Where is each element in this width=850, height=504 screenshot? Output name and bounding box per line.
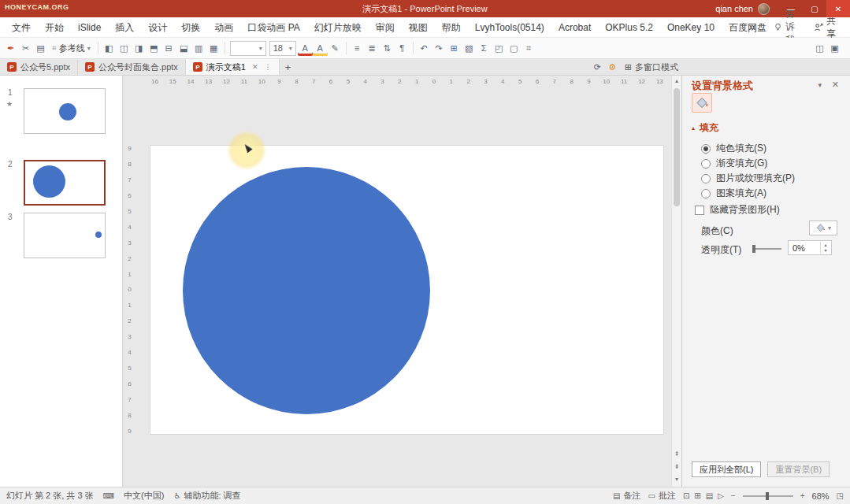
doc-tab[interactable]: P 公众号5.pptx [0,59,78,75]
menu-tab[interactable]: 视图 [402,17,435,37]
menu-tab[interactable]: Acrobat [551,17,598,37]
slide-thumbnail-2-selected[interactable]: 2 [0,160,122,209]
spin-down-icon[interactable]: ▾ [824,248,826,254]
menu-tab[interactable]: 动画 [207,17,240,37]
vertical-scrollbar[interactable]: ▴ ⇞ ⇟ ▾ [671,76,681,487]
account-name[interactable]: qian chen [715,4,753,13]
zoom-out-button[interactable]: − [731,491,736,500]
shape-icon[interactable]: ▢ [507,41,522,56]
align-center-icon[interactable]: ◫ [117,41,132,56]
paragraph-icon[interactable]: ¶ [395,41,410,56]
menu-tab[interactable]: 开始 [38,17,71,37]
new-tab-button[interactable]: + [280,59,297,75]
menu-tab[interactable]: LvyhTools(0514) [468,17,551,37]
zoom-slider-thumb[interactable] [766,492,769,500]
next-slide-button[interactable]: ⇟ [672,461,681,472]
pane-close-icon[interactable]: ✕ [832,80,839,90]
shape-fill-icon[interactable]: ▧ [462,41,477,56]
close-button[interactable]: ✕ [826,0,850,17]
notes-button[interactable]: ▤ 备注 [613,490,640,502]
language-status[interactable]: 中文(中国) [124,490,164,502]
fill-section-header[interactable]: ▴ 填充 [692,121,718,135]
arrange-icon[interactable]: ◰ [492,41,507,56]
minimize-button[interactable]: — [779,0,803,17]
menu-tab[interactable]: 设计 [141,17,174,37]
menu-tab[interactable]: 百度网盘 [722,17,774,37]
menu-tab[interactable]: OKPlus 5.2 [598,17,660,37]
menu-tab[interactable]: 切换 [174,17,207,37]
normal-view-button[interactable]: ⊡ [683,491,689,500]
pane-options-icon[interactable]: ▾ [818,81,822,89]
transparency-input[interactable]: 0% ▴ ▾ [788,240,832,255]
text-highlight-icon[interactable]: A [313,41,328,56]
fill-color-button[interactable]: ▾ [809,220,837,235]
ribbon-display-icon[interactable]: ▣ [827,41,842,56]
doc-tab[interactable]: P 公众号封面集合.pptx [78,59,186,75]
distribute-vertical-icon[interactable]: ▦ [206,41,221,56]
font-size-dropdown[interactable]: 18 ▾ [269,41,296,56]
reset-background-button[interactable]: 重置背景(B) [767,461,830,477]
menu-tab[interactable]: OneKey 10 [660,17,722,37]
distribute-horizontal-icon[interactable]: ▥ [191,41,206,56]
oval-shape[interactable] [183,167,430,414]
transparency-slider[interactable] [753,248,781,250]
align-bottom-icon[interactable]: ⬓ [176,41,191,56]
multi-window-toggle[interactable]: ⊞ 多窗口模式 [625,61,678,73]
close-tab-icon[interactable]: ✕ [252,63,258,71]
accessibility-status[interactable]: ♿ 辅助功能: 调查 [173,490,240,502]
slide-thumbnail-3[interactable]: 3 [0,213,122,261]
apply-to-all-button[interactable]: 应用到全部(L) [692,461,761,477]
redo-icon[interactable]: ↷ [432,41,447,56]
keyboard-icon[interactable]: ⌨ [103,491,114,500]
align-text-icon[interactable]: ≡ [350,41,365,56]
undo-icon[interactable]: ↶ [417,41,432,56]
align-middle-icon[interactable]: ⊟ [161,41,176,56]
brush-icon[interactable]: ✒ [3,41,18,56]
menu-tab[interactable]: 幻灯片放映 [307,17,369,37]
align-top-icon[interactable]: ⬒ [147,41,161,56]
fit-to-window-button[interactable]: ◳ [837,491,844,500]
menu-tab[interactable]: 插入 [108,17,141,37]
cut-icon[interactable]: ✂ [18,41,33,56]
scroll-up-button[interactable]: ▴ [672,76,681,87]
settings-gear-icon[interactable]: ⚙ [605,60,620,75]
justify-icon[interactable]: ≣ [365,41,380,56]
maximize-button[interactable]: ▢ [803,0,826,17]
previous-slide-button[interactable]: ⇞ [672,449,681,460]
guides-toggle[interactable]: ⌗ 参考线 ▾ [48,43,95,54]
option-pattern-fill[interactable]: 图案填充(A) [701,187,766,200]
menu-tab[interactable]: 文件 [5,17,38,37]
shape-style-dropdown[interactable]: ▾ [230,41,266,56]
slider-thumb[interactable] [752,245,755,253]
comments-button[interactable]: ▭ 批注 [648,490,675,502]
avatar[interactable] [758,3,770,15]
sync-icon[interactable]: ⟳ [590,60,605,75]
option-solid-fill[interactable]: 纯色填充(S) [701,142,766,155]
slide-thumb-canvas[interactable] [24,160,106,206]
doc-tab-active[interactable]: P 演示文稿1 ✕ ⋮ [186,59,280,75]
slideshow-button[interactable]: ▷ [718,491,724,500]
slide-thumbnail-1[interactable]: 1 ★ [0,88,122,137]
spin-up-icon[interactable]: ▴ [824,243,826,248]
menu-tab[interactable]: iSlide [71,17,108,37]
option-picture-fill[interactable]: 图片或纹理填充(P) [701,172,795,185]
grid-settings-icon[interactable]: ⌗ [522,41,536,56]
option-gradient-fill[interactable]: 渐变填充(G) [701,157,767,170]
paste-icon[interactable]: ▤ [33,41,48,56]
reading-view-button[interactable]: ▤ [706,491,713,500]
equation-icon[interactable]: Σ [477,41,492,56]
menu-tab[interactable]: 帮助 [435,17,468,37]
slide-thumb-canvas[interactable] [24,88,106,134]
zoom-level[interactable]: 68% [812,491,830,501]
slide-thumb-canvas[interactable] [24,213,106,258]
align-right-icon[interactable]: ◨ [132,41,147,56]
line-spacing-icon[interactable]: ⇅ [380,41,395,56]
pane-layout-icon[interactable]: ◫ [812,41,827,56]
fill-tab-button[interactable] [692,93,712,113]
slide-canvas[interactable] [150,145,664,435]
scroll-down-button[interactable]: ▾ [672,474,681,485]
table-icon[interactable]: ⊞ [447,41,462,56]
font-color-icon[interactable]: A [298,41,313,56]
share-button[interactable]: 共享 [815,14,837,41]
hide-background-checkbox[interactable]: 隐藏背景图形(H) [695,203,780,217]
